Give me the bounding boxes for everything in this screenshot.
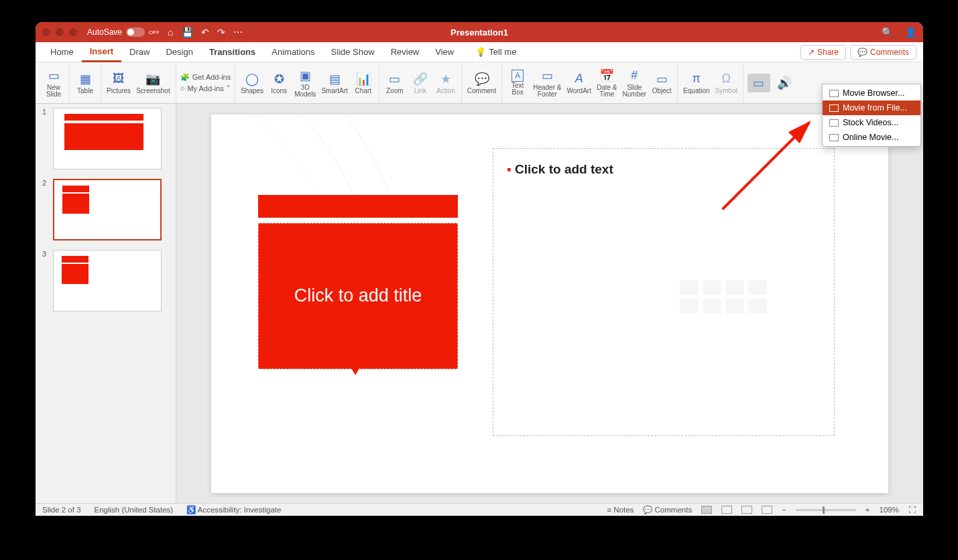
slideshow-view-button[interactable] (762, 506, 772, 514)
shapes-button[interactable]: ◯Shapes (239, 70, 265, 96)
content-placeholder[interactable]: Click to add text (507, 162, 821, 177)
slide-thumb-1[interactable] (53, 108, 162, 169)
video-dropdown: Movie Browser... Movie from File... Stoc… (822, 84, 921, 147)
slide-indicator[interactable]: Slide 2 of 3 (42, 506, 81, 514)
screenshot-button[interactable]: 📷Screenshot (135, 70, 172, 96)
slidenumber-button[interactable]: #Slide Number (621, 67, 648, 99)
datetime-icon: 📅 (599, 68, 615, 84)
redo-icon[interactable]: ↷ (217, 27, 225, 38)
wordart-button[interactable]: AWordArt (565, 70, 593, 96)
save-icon[interactable]: 💾 (182, 27, 193, 38)
insert-icon-icon[interactable] (748, 299, 767, 313)
editor-body: 1 2 3 Click to add title Click to add te… (36, 104, 923, 503)
datetime-button[interactable]: 📅Date & Time (595, 67, 619, 99)
normal-view-button[interactable] (701, 506, 712, 514)
my-addins-button[interactable]: ○My Add-ins ˅ (180, 84, 231, 93)
chart-button[interactable]: 📊Chart (352, 70, 375, 96)
share-icon: ↗ (808, 48, 815, 57)
icons-icon: ✪ (271, 71, 287, 87)
more-icon[interactable]: ⋯ (233, 27, 243, 38)
object-icon: ▭ (654, 71, 670, 87)
tell-me[interactable]: 💡Tell me (467, 43, 524, 61)
video-button[interactable]: ▭ (747, 74, 770, 92)
object-button[interactable]: ▭Object (650, 70, 673, 96)
autosave[interactable]: AutoSave OFF (87, 27, 160, 37)
undo-icon[interactable]: ↶ (201, 27, 209, 38)
movie-browser-item[interactable]: Movie Browser... (823, 86, 920, 100)
chart-icon: 📊 (355, 71, 371, 87)
insert-picture-icon[interactable] (680, 299, 699, 313)
online-movie-item[interactable]: Online Movie... (823, 130, 920, 145)
equation-button[interactable]: πEquation (682, 70, 711, 96)
accessibility-indicator[interactable]: ♿ Accessibility: Investigate (186, 505, 281, 514)
insert-smartart-icon[interactable] (725, 280, 744, 295)
new-slide-button[interactable]: ▭New Slide (42, 67, 65, 99)
3d-models-button[interactable]: ▣3D Models (293, 67, 317, 99)
tab-transitions[interactable]: Transitions (201, 43, 263, 61)
sorter-view-button[interactable] (721, 506, 732, 514)
pictures-button[interactable]: 🖼Pictures (105, 70, 132, 96)
audio-button[interactable]: 🔊 (773, 74, 796, 92)
movie-from-file-item[interactable]: Movie from File... (823, 100, 920, 115)
search-icon[interactable]: 🔍 (882, 27, 893, 38)
zoom-out[interactable]: − (782, 506, 786, 514)
autosave-toggle[interactable] (126, 27, 145, 37)
content-placeholder-box[interactable]: Click to add text (493, 148, 835, 436)
tab-draw[interactable]: Draw (121, 43, 158, 61)
zoom-button[interactable]: ▭Zoom (383, 70, 406, 96)
tab-slideshow[interactable]: Slide Show (323, 43, 383, 61)
textbox-icon: A (512, 70, 524, 82)
icons-button[interactable]: ✪Icons (267, 70, 290, 96)
tab-insert[interactable]: Insert (82, 42, 121, 62)
notes-toggle[interactable]: ≡ Notes (607, 506, 634, 514)
title-placeholder[interactable]: Click to add title (258, 223, 458, 369)
slide[interactable]: Click to add title Click to add text (211, 115, 888, 493)
film-icon (829, 90, 839, 97)
zoom-slider[interactable] (796, 509, 856, 511)
insert-online-icon[interactable] (703, 299, 721, 313)
title-bar: AutoSave OFF ⌂ 💾 ↶ ↷ ⋯ Presentation1 🔍 👤 (36, 22, 923, 42)
cube-icon: ▣ (297, 68, 313, 84)
slide-thumb-2[interactable] (53, 179, 162, 240)
headerfooter-button[interactable]: ▭Header & Footer (532, 67, 562, 99)
slide-thumb-3[interactable] (53, 250, 162, 311)
language-indicator[interactable]: English (United States) (95, 506, 174, 514)
get-addins-button[interactable]: 🧩Get Add-ins (180, 73, 231, 82)
fit-to-window[interactable]: ⛶ (908, 506, 916, 514)
maximize-window[interactable] (69, 28, 77, 36)
zoom-in[interactable]: + (865, 506, 870, 514)
comments-button[interactable]: 💬Comments (850, 45, 916, 60)
tab-view[interactable]: View (427, 43, 462, 61)
ribbon: ▭New Slide ▦Table 🖼Pictures 📷Screenshot … (36, 62, 923, 104)
insert-3d-icon[interactable] (748, 280, 767, 295)
screenshot-icon: 📷 (145, 71, 161, 87)
comments-toggle[interactable]: 💬 Comments (643, 505, 692, 514)
zoom-level[interactable]: 109% (880, 506, 899, 514)
thumb-number: 3 (42, 250, 49, 311)
comment-icon2: 💬 (474, 71, 490, 87)
autosave-state: OFF (149, 29, 160, 36)
tab-design[interactable]: Design (158, 43, 200, 61)
minimize-window[interactable] (56, 28, 64, 36)
smartart-button[interactable]: ▤SmartArt (320, 70, 349, 96)
comment-button[interactable]: 💬Comment (466, 70, 497, 96)
share-button[interactable]: ↗Share (800, 45, 846, 60)
textbox-button[interactable]: AText Box (506, 69, 529, 97)
tab-home[interactable]: Home (42, 43, 82, 61)
insert-table-icon[interactable] (680, 280, 699, 295)
close-window[interactable] (42, 28, 50, 36)
title-placeholder-box[interactable]: Click to add title (258, 195, 458, 369)
reading-view-button[interactable] (741, 506, 752, 514)
slide-thumbnails-panel: 1 2 3 (36, 104, 176, 503)
table-button[interactable]: ▦Table (74, 70, 97, 96)
account-icon[interactable]: 👤 (905, 27, 916, 38)
insert-video-icon[interactable] (725, 299, 744, 313)
insert-chart-icon[interactable] (703, 280, 721, 295)
tab-animations[interactable]: Animations (263, 43, 322, 61)
content-icon-grid (680, 280, 767, 313)
home-icon[interactable]: ⌂ (168, 27, 173, 38)
tab-review[interactable]: Review (383, 43, 428, 61)
status-bar: Slide 2 of 3 English (United States) ♿ A… (36, 503, 923, 516)
stock-videos-item[interactable]: Stock Videos... (823, 115, 920, 130)
symbol-icon: Ω (718, 71, 734, 87)
